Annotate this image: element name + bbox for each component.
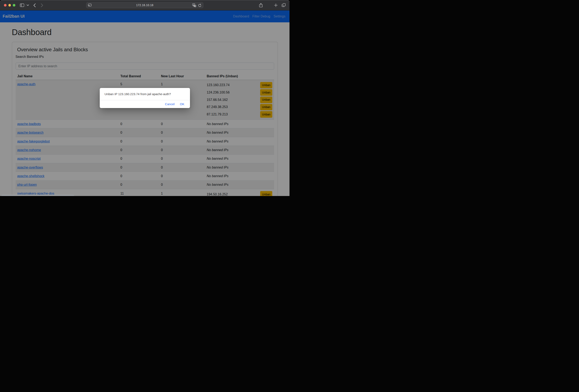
zoom-window-button[interactable] bbox=[13, 4, 15, 6]
link-preview-status-bar bbox=[1, 195, 74, 196]
address-bar[interactable]: 172.16.10.18 A 文 bbox=[86, 2, 203, 8]
new-tab-icon[interactable] bbox=[274, 3, 278, 7]
confirm-dialog: Unban IP 123.160.223.74 from jail apache… bbox=[100, 88, 190, 108]
share-icon[interactable] bbox=[259, 3, 263, 7]
back-icon[interactable] bbox=[33, 3, 36, 7]
ok-button[interactable]: OK bbox=[180, 102, 184, 106]
translate-icon[interactable]: A 文 bbox=[192, 3, 196, 7]
forward-icon[interactable] bbox=[41, 3, 43, 7]
minimize-window-button[interactable] bbox=[8, 4, 11, 6]
reload-icon[interactable] bbox=[198, 4, 202, 7]
chevron-down-icon[interactable] bbox=[27, 4, 29, 6]
safari-window: 172.16.10.18 A 文 bbox=[0, 0, 290, 196]
close-window-button[interactable] bbox=[4, 4, 6, 6]
dialog-message: Unban IP 123.160.223.74 from jail apache… bbox=[100, 88, 190, 100]
toolbar-divider bbox=[26, 3, 26, 7]
svg-text:文: 文 bbox=[195, 5, 196, 7]
dialog-button-row: Cancel OK bbox=[100, 100, 190, 108]
web-page: Fail2ban UI Dashboard Filter Debug Setti… bbox=[0, 10, 290, 196]
cancel-button[interactable]: Cancel bbox=[165, 102, 175, 106]
browser-toolbar: 172.16.10.18 A 文 bbox=[0, 0, 290, 10]
sidebar-icon[interactable] bbox=[20, 3, 24, 7]
tabs-icon[interactable] bbox=[282, 3, 286, 7]
url-text[interactable]: 172.16.10.18 bbox=[86, 2, 203, 8]
